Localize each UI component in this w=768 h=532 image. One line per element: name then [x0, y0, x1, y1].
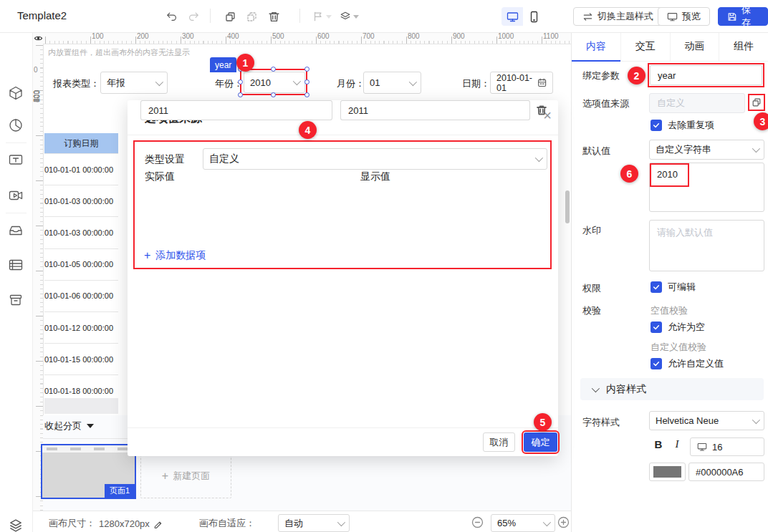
panel-tabs: 内容 交互 动画 组件: [572, 32, 768, 62]
selection-handle[interactable]: [304, 67, 309, 72]
type-setting-select[interactable]: 自定义: [203, 148, 547, 170]
option-source-label: 选项值来源: [582, 97, 629, 110]
page-thumbnail[interactable]: 页面1: [41, 444, 136, 499]
undo-icon[interactable]: [165, 9, 179, 24]
checkbox-checked-icon[interactable]: [651, 120, 662, 131]
actual-value-input[interactable]: 2011: [140, 100, 332, 120]
zoom-level-select[interactable]: 65%: [491, 514, 555, 532]
chart-pie-icon[interactable]: [8, 117, 24, 133]
dedup-checkbox-row[interactable]: 去除重复项: [651, 119, 714, 132]
table-widget-icon[interactable]: [8, 257, 24, 273]
bold-button[interactable]: B: [651, 435, 666, 453]
triangle-down-icon: [87, 424, 94, 428]
watermark-textarea[interactable]: 请输入默认值: [649, 220, 764, 271]
selection-handle[interactable]: [271, 92, 276, 97]
editable-checkbox-row[interactable]: 可编辑: [651, 281, 696, 294]
confirm-button[interactable]: 确定: [524, 432, 557, 452]
redo-icon[interactable]: [186, 9, 201, 24]
vertical-ruler: 100200300400500600700: [32, 44, 44, 511]
layers-panel-icon[interactable]: [8, 518, 24, 532]
date-input[interactable]: 2010-01-01: [490, 72, 553, 94]
annotation-badge-1: 1: [236, 54, 254, 72]
default-type-select[interactable]: 自定义字符串: [649, 140, 764, 160]
tab-interaction[interactable]: 交互: [621, 32, 671, 61]
align-icon[interactable]: [311, 9, 332, 24]
media-video-icon[interactable]: [8, 188, 24, 203]
sidebar-divider: [6, 213, 27, 213]
zoom-in-icon[interactable]: [557, 516, 570, 528]
default-value-textarea[interactable]: 2010: [649, 163, 764, 212]
checkbox-checked-icon[interactable]: [651, 281, 662, 293]
switch-theme-button[interactable]: 切换主题样式: [573, 7, 663, 26]
document-title: Template2: [17, 9, 67, 21]
report-type-select[interactable]: 年报: [100, 72, 168, 94]
canvas-adaptive-select[interactable]: 自动: [278, 514, 350, 532]
font-color-swatch[interactable]: [649, 463, 686, 481]
selection-handle[interactable]: [238, 79, 243, 84]
type-setting-value: 自定义: [209, 153, 239, 165]
table-row[interactable]: 010-01-03 00:00:00: [44, 216, 118, 248]
mobile-view-icon[interactable]: [523, 7, 544, 26]
ruler-label: 500: [271, 32, 316, 41]
tab-content[interactable]: 内容: [572, 32, 621, 61]
month-select[interactable]: 01: [363, 72, 421, 94]
content-style-section-toggle[interactable]: 内容样式: [580, 378, 764, 400]
tab-animation[interactable]: 动画: [671, 32, 720, 61]
checkbox-checked-icon[interactable]: [651, 321, 662, 333]
save-button[interactable]: 保存: [718, 7, 768, 26]
content-style-label: 内容样式: [606, 383, 646, 396]
properties-panel: 内容 交互 动画 组件 绑定参数 year 选项值来源 自定义 去除重复项 默认…: [571, 32, 768, 532]
chevron-down-icon: [752, 145, 760, 153]
allow-custom-checkbox-row[interactable]: 允许自定义值: [651, 357, 724, 370]
display-value-input[interactable]: 2011: [340, 100, 530, 120]
open-option-source-button[interactable]: [748, 94, 765, 111]
ruler-corner-eye-icon[interactable]: [32, 32, 44, 44]
text-widget-icon[interactable]: [8, 152, 24, 168]
table-row[interactable]: 010-01-05 00:00:00: [44, 248, 118, 280]
annotation-badge-6: 6: [620, 165, 638, 183]
year-select[interactable]: 2010: [244, 72, 305, 93]
zoom-out-icon[interactable]: [471, 516, 484, 528]
allow-empty-checkbox-row[interactable]: 允许为空: [651, 321, 705, 334]
font-color-input[interactable]: #000000A6: [688, 463, 764, 481]
option-source-input[interactable]: 自定义: [649, 93, 745, 113]
table-row[interactable]: 010-01-03 00:00:00: [44, 185, 118, 216]
paste-style-icon[interactable]: [244, 9, 259, 24]
default-type-value: 自定义字符串: [656, 143, 711, 156]
archive-widget-icon[interactable]: [8, 292, 24, 308]
widget-cube-icon[interactable]: [8, 85, 24, 101]
new-page-button[interactable]: + 新建页面: [140, 453, 231, 498]
desktop-view-icon[interactable]: [501, 7, 523, 26]
font-family-select[interactable]: Helvetica Neue: [649, 411, 764, 430]
table-header-order-date[interactable]: 订购日期: [44, 133, 118, 153]
app-root: Template2 切换主题样式: [0, 0, 768, 532]
table-row[interactable]: 010-01-15 00:00:00: [44, 343, 118, 374]
table-row[interactable]: 010-01-12 00:00:00: [44, 311, 118, 343]
cancel-button[interactable]: 取消: [483, 432, 515, 452]
table-row[interactable]: 010-01-01 00:00:00: [44, 153, 118, 185]
selection-handle[interactable]: [271, 67, 276, 72]
edit-pencil-icon[interactable]: [153, 519, 163, 528]
canvas-scrollbar[interactable]: [565, 190, 570, 223]
delete-icon[interactable]: [267, 9, 281, 24]
inbox-widget-icon[interactable]: [8, 223, 24, 238]
italic-button[interactable]: I: [669, 435, 685, 453]
selection-handle[interactable]: [304, 92, 309, 97]
selection-handle[interactable]: [304, 79, 309, 84]
font-size-input[interactable]: 16: [690, 437, 764, 456]
delete-row-icon[interactable]: [536, 105, 547, 116]
bind-param-input[interactable]: year: [650, 65, 762, 85]
canvas-adaptive-label: 画布自适应：: [199, 517, 255, 530]
layer-order-icon[interactable]: [338, 9, 360, 24]
copy-icon[interactable]: [223, 9, 237, 24]
tab-component[interactable]: 组件: [719, 32, 768, 61]
preview-button[interactable]: 预览: [658, 7, 710, 26]
add-data-item-link[interactable]: + 添加数据项: [144, 249, 206, 262]
checkbox-checked-icon[interactable]: [651, 358, 662, 369]
collapse-pagination-toggle[interactable]: 收起分页: [44, 420, 94, 432]
selection-handle[interactable]: [238, 92, 243, 97]
ruler-label: 100: [90, 32, 135, 41]
ruler-label: 700: [361, 32, 406, 41]
table-row[interactable]: 010-01-06 00:00:00: [44, 280, 118, 311]
screen-icon: [697, 442, 707, 452]
